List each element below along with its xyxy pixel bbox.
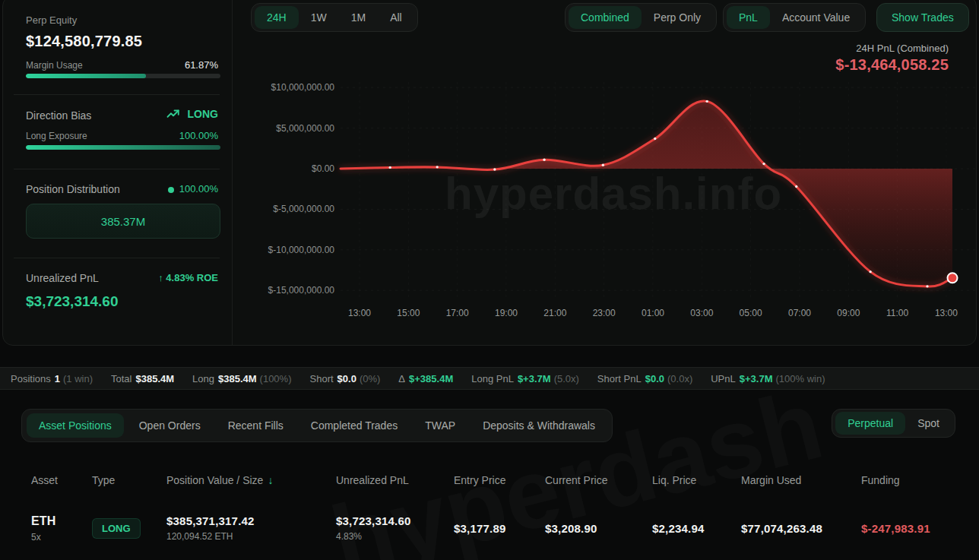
- col-liq-price[interactable]: Liq. Price: [652, 474, 741, 486]
- summary-short: Short$0.0(0%): [310, 373, 381, 384]
- pnl-chart[interactable]: hyperdash.info $10,000,000.00$5,000,000.…: [266, 76, 979, 327]
- chart-title: 24H PnL (Combined): [835, 43, 949, 54]
- liq-price-cell: $2,234.94: [652, 522, 741, 535]
- position-value-cell: $385,371,317.42 120,094.52 ETH: [166, 514, 336, 542]
- position-size: 120,094.52 ETH: [166, 531, 336, 542]
- y-axis-label: $10,000,000.00: [271, 82, 335, 93]
- summary-long: Long$385.4M(100%): [192, 373, 291, 384]
- unrealized-pnl-value: $3,723,314.60: [26, 293, 119, 310]
- range-1m-button[interactable]: 1M: [339, 6, 378, 29]
- pnl-chart-svg: $10,000,000.00$5,000,000.00$0.00$-5,000,…: [266, 76, 979, 327]
- long-exposure-value: 100.00%: [179, 130, 218, 141]
- upnl-percent: 4.83%: [336, 531, 454, 542]
- y-axis-label: $0.00: [312, 163, 334, 174]
- summary-short-pnl: Short PnL$0.0(0.0x): [597, 373, 692, 384]
- market-toggle: Perpetual Spot: [832, 409, 955, 438]
- unrealized-pnl-label: Unrealized PnL: [26, 272, 99, 284]
- spot-button[interactable]: Spot: [905, 412, 952, 435]
- col-entry-price[interactable]: Entry Price: [454, 474, 545, 486]
- pnl-button[interactable]: PnL: [727, 6, 770, 29]
- perp-equity-label: Perp Equity: [26, 14, 77, 26]
- combined-perp-toggle: Combined Perp Only: [565, 3, 717, 32]
- tab-asset-positions[interactable]: Asset Positions: [27, 413, 124, 438]
- perpetual-button[interactable]: Perpetual: [835, 412, 905, 435]
- tab-completed-trades[interactable]: Completed Trades: [299, 413, 410, 438]
- range-all-button[interactable]: All: [378, 6, 414, 29]
- y-axis-label: $-5,000,000.00: [273, 204, 334, 214]
- hyperdash-dashboard: Perp Equity $124,580,779.85 Margin Usage…: [0, 0, 979, 560]
- direction-bias-label: Direction Bias: [26, 109, 91, 122]
- trend-up-icon: [166, 110, 183, 122]
- combined-button[interactable]: Combined: [569, 6, 642, 29]
- position-value: $385,371,317.42: [166, 514, 336, 527]
- asset-cell: ETH 5x: [31, 514, 92, 543]
- x-axis-label: 13:00: [348, 308, 371, 318]
- last-point-marker: [948, 273, 958, 283]
- data-point-marker: [654, 138, 656, 140]
- entry-price-cell: $3,177.89: [454, 522, 545, 535]
- sort-desc-icon: ↓: [268, 474, 273, 486]
- green-dot-icon: [168, 187, 174, 193]
- tab-open-orders[interactable]: Open Orders: [127, 413, 213, 438]
- summary-positions: Positions1(1 win): [11, 373, 93, 384]
- col-funding[interactable]: Funding: [861, 474, 979, 486]
- current-price-cell: $3,208.90: [545, 522, 652, 535]
- position-distribution-label: Position Distribution: [26, 183, 120, 195]
- account-stats-panel: Perp Equity $124,580,779.85 Margin Usage…: [0, 0, 233, 346]
- col-margin-used[interactable]: Margin Used: [741, 474, 861, 486]
- perp-only-button[interactable]: Perp Only: [642, 6, 713, 29]
- positions-summary-bar: Positions1(1 win) Total$385.4M Long$385.…: [0, 367, 979, 390]
- summary-total: Total$385.4M: [111, 373, 174, 384]
- upnl-value: $3,723,314.60: [336, 514, 454, 527]
- metric-toggle: PnL Account Value: [723, 3, 866, 32]
- col-position-value[interactable]: Position Value / Size↓: [166, 474, 336, 486]
- table-row[interactable]: ETH 5x LONG $385,371,317.42 120,094.52 E…: [0, 497, 979, 559]
- position-distribution-pct: 100.00%: [168, 183, 218, 195]
- x-axis-label: 21:00: [543, 308, 566, 318]
- x-axis-label: 15:00: [397, 308, 420, 318]
- long-exposure-bar: [26, 145, 220, 150]
- x-axis-label: 17:00: [446, 308, 469, 318]
- range-24h-button[interactable]: 24H: [255, 6, 299, 29]
- type-cell: LONG: [92, 518, 166, 539]
- tab-twap[interactable]: TWAP: [413, 413, 467, 438]
- data-point-marker: [795, 185, 797, 188]
- funding-cell: $-247,983.91: [861, 522, 979, 535]
- data-point-marker: [869, 271, 871, 273]
- y-axis-label: $5,000,000.00: [276, 123, 334, 134]
- margin-usage-label: Margin Usage: [26, 60, 83, 71]
- x-axis-label: 23:00: [593, 308, 616, 318]
- positions-tabs: Asset Positions Open Orders Recent Fills…: [21, 409, 613, 442]
- data-point-marker: [926, 285, 928, 287]
- unrealized-pnl-cell: $3,723,314.60 4.83%: [336, 514, 454, 542]
- data-point-marker: [705, 100, 708, 103]
- time-range-toggle: 24H 1W 1M All: [251, 3, 418, 32]
- range-1w-button[interactable]: 1W: [299, 6, 339, 29]
- chart-area-fill: [341, 101, 952, 286]
- data-point-marker: [762, 163, 765, 165]
- col-current-price[interactable]: Current Price: [545, 474, 652, 486]
- long-badge: LONG: [92, 518, 141, 539]
- summary-long-pnl: Long PnL$+3.7M(5.0x): [471, 373, 579, 384]
- summary-upnl: UPnL$+3.7M(100% win): [711, 373, 825, 384]
- divider: [14, 258, 220, 258]
- data-point-marker: [389, 166, 391, 169]
- perp-equity-value: $124,580,779.85: [26, 33, 142, 50]
- margin-usage-bar-fill: [26, 74, 146, 78]
- col-asset[interactable]: Asset: [31, 474, 92, 486]
- tab-recent-fills[interactable]: Recent Fills: [216, 413, 296, 438]
- x-axis-label: 19:00: [495, 308, 518, 318]
- long-exposure-label: Long Exposure: [26, 131, 87, 141]
- x-axis-label: 13:00: [935, 308, 958, 318]
- asset-symbol: ETH: [31, 514, 92, 528]
- asset-leverage: 5x: [31, 532, 92, 543]
- account-value-button[interactable]: Account Value: [770, 6, 862, 29]
- col-type[interactable]: Type: [92, 474, 166, 486]
- show-trades-button[interactable]: Show Trades: [876, 3, 969, 32]
- long-exposure-bar-fill: [26, 145, 220, 150]
- position-distribution-box[interactable]: 385.37M: [26, 204, 220, 239]
- summary-delta: Δ$+385.4M: [398, 373, 453, 384]
- chart-header: 24H PnL (Combined) $-13,464,058.25: [835, 43, 949, 74]
- tab-deposits-withdrawals[interactable]: Deposits & Withdrawals: [470, 413, 607, 438]
- col-unrealized-pnl[interactable]: Unrealized PnL: [336, 474, 454, 486]
